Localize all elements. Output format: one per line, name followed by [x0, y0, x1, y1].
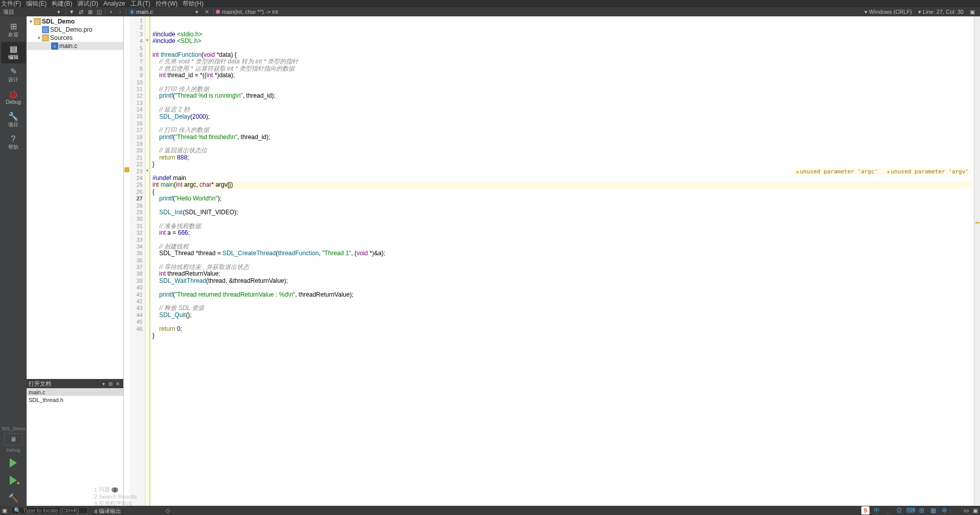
tree-pro-file[interactable]: ▢ SDL_Demo.pro [27, 26, 123, 34]
locator-input[interactable]: 🔍 Type to locate (Ctrl+K) [11, 507, 88, 514]
edit-icon: ▤ [10, 45, 17, 53]
bug-icon: 🐞 [8, 91, 18, 99]
tree-project-root[interactable]: ▾ ▢ SDL_Demo [27, 17, 123, 26]
tree-node-label: SDL_Demo.pro [50, 26, 93, 33]
toggle-right-sidebar-icon[interactable]: ▣ [971, 507, 980, 514]
inline-warning[interactable]: unused parameter 'argv' [887, 168, 969, 175]
c-file-icon: c [51, 42, 58, 50]
project-tree[interactable]: ▾ ▢ SDL_Demo ▢ SDL_Demo.pro ▾ ▢ Sources … [27, 16, 123, 379]
nav-forward-icon[interactable]: › [116, 8, 124, 16]
menu-file[interactable]: 文件(F) [1, 0, 21, 8]
close-panel-icon[interactable]: ✕ [114, 381, 121, 387]
dropdown-icon[interactable]: ▾ [100, 381, 107, 387]
symbol-breadcrumb[interactable]: main(int, char **) -> int [216, 9, 278, 15]
scrollbar-indicator[interactable] [974, 16, 980, 506]
ime-lang-icon[interactable]: 中 [873, 506, 881, 514]
code-editor[interactable]: 1234567891011121314151617181920212223242… [124, 16, 980, 506]
menu-edit[interactable]: 编辑(E) [26, 0, 47, 8]
mode-debug[interactable]: 🐞Debug [1, 87, 26, 108]
symbol-breadcrumb-text: main(int, char **) -> int [222, 9, 278, 15]
mode-welcome[interactable]: ⊞欢迎 [1, 19, 26, 41]
expand-icon[interactable]: ▾ [28, 19, 34, 24]
tree-node-label: main.c [59, 42, 77, 50]
sogou-ime-icon[interactable]: S [861, 506, 870, 514]
output-dropdown-icon[interactable]: ◇ [163, 507, 172, 514]
menu-analyze[interactable]: Analyze [103, 0, 125, 7]
keyboard-icon[interactable]: ⌨ [906, 506, 915, 514]
wrench-icon: 🔧 [8, 113, 18, 121]
menu-debug[interactable]: 调试(D) [77, 0, 98, 8]
inline-warnings[interactable]: unused parameter 'argc' unused parameter… [794, 168, 971, 175]
add-split-icon[interactable]: ⊞ [107, 381, 114, 387]
filter-icon[interactable]: ▼ [68, 8, 76, 16]
mode-bar: ⊞欢迎 ▤编辑 ✎设计 🐞Debug 🔧项目 ?帮助 SDL_Demo 🖥 De… [0, 16, 27, 506]
close-file-icon[interactable]: ✕ [203, 9, 211, 15]
search-icon: 🔍 [14, 507, 21, 514]
menu-help[interactable]: 帮助(H) [183, 0, 204, 8]
menu-build[interactable]: 构建(B) [52, 0, 72, 8]
inline-warning[interactable]: unused parameter 'argc' [796, 168, 878, 175]
menu-bar: 文件(F) 编辑(E) 构建(B) 调试(D) Analyze 工具(T) 控件… [0, 0, 980, 7]
c-file-icon: c [129, 9, 135, 14]
tree-main-c[interactable]: c main.c [27, 42, 123, 50]
kit-project-label: SDL_Demo [2, 426, 26, 431]
kit-config-label: Debug [7, 447, 20, 453]
tree-node-label: SDL_Demo [42, 18, 75, 25]
function-icon [216, 10, 220, 14]
mode-help[interactable]: ?帮助 [1, 132, 26, 153]
status-bar: ▣ 🔍 Type to locate (Ctrl+K) 1 问题22 Searc… [0, 506, 980, 515]
tree-sources-folder[interactable]: ▾ ▢ Sources [27, 34, 123, 42]
project-selector-label: 项目 [0, 8, 16, 16]
apps-icon[interactable]: ▦ [929, 506, 937, 514]
toolbar-separator [65, 8, 66, 15]
open-file-chip[interactable]: c main.c ▾ [127, 9, 203, 15]
play-debug-icon [10, 476, 17, 485]
menu-widgets[interactable]: 控件(W) [155, 0, 177, 8]
mode-design[interactable]: ✎设计 [1, 64, 26, 86]
code-area[interactable]: #include <stdio.h>#include <SDL.h>int th… [150, 16, 974, 506]
sidebar-toggle-icon[interactable]: ▣ [968, 8, 976, 16]
fold-column[interactable]: ▾▾ [145, 16, 150, 506]
punct-icon[interactable]: ， [884, 506, 892, 514]
tree-node-label: Sources [50, 34, 73, 41]
linecol-selector[interactable]: ▾ Line: 27, Col: 30 [916, 9, 966, 15]
grid-icon[interactable]: ⊞ [918, 506, 926, 514]
toolbar-separator [126, 8, 126, 15]
toolbar-separator [213, 8, 214, 15]
encoding-selector[interactable]: ▾ Windows (CRLF) [862, 9, 914, 15]
split-icon[interactable]: ◫ [95, 8, 103, 16]
kit-selector[interactable]: 🖥 [4, 433, 23, 445]
pencil-icon: ✎ [10, 68, 17, 76]
link-icon[interactable]: ⇄ [77, 8, 85, 16]
open-doc-item[interactable]: SDL_thread.h [27, 396, 123, 404]
mode-projects[interactable]: 🔧项目 [1, 109, 26, 131]
output-tab[interactable]: 4 编译输出 [90, 507, 163, 515]
progress-icon[interactable]: ▭ [962, 507, 971, 514]
file-dropdown-icon[interactable]: ▾ [154, 9, 201, 15]
pro-file-icon: ▢ [42, 26, 49, 33]
run-button[interactable] [4, 456, 23, 470]
gear-icon[interactable]: ⚙ [940, 506, 948, 514]
grid-icon: ⊞ [10, 23, 17, 31]
build-button[interactable]: 🔨 [4, 490, 23, 505]
line-number-gutter: 1234567891011121314151617181920212223242… [130, 16, 145, 506]
add-icon[interactable]: ⊞ [86, 8, 94, 16]
open-file-name: main.c [137, 9, 153, 15]
hammer-icon: 🔨 [8, 493, 18, 503]
warning-indicator[interactable] [975, 222, 979, 223]
open-doc-item[interactable]: main.c [27, 388, 123, 396]
run-debug-button[interactable] [4, 473, 23, 487]
mode-edit[interactable]: ▤编辑 [1, 42, 26, 63]
omega-icon[interactable]: Ω [895, 506, 903, 514]
toggle-sidebar-icon[interactable]: ▣ [0, 507, 9, 514]
project-selector-dropdown-icon[interactable]: ▾ [16, 9, 64, 15]
folder-icon: ▢ [34, 18, 41, 25]
locator-placeholder: Type to locate (Ctrl+K) [23, 507, 79, 513]
toolbar-separator [105, 8, 105, 15]
open-documents-title: 打开文档 [29, 380, 51, 388]
open-documents-header: 打开文档 ▾ ⊞ ✕ [27, 379, 123, 388]
menu-tools[interactable]: 工具(T) [130, 0, 150, 8]
help-icon: ? [11, 135, 16, 143]
nav-back-icon[interactable]: ‹ [107, 8, 115, 16]
expand-icon[interactable]: ▾ [36, 35, 42, 40]
